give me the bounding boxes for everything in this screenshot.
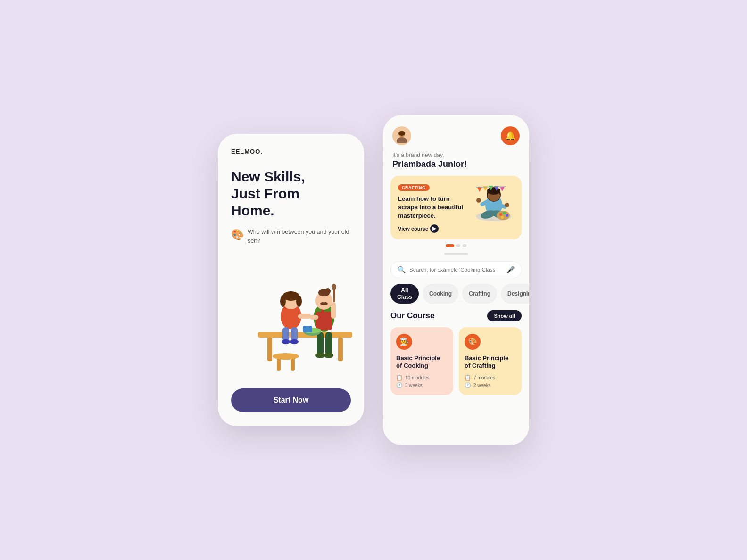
modules-crafting: 📋 7 modules <box>465 375 516 381</box>
subtitle-icon: 🎨 <box>231 227 244 242</box>
tab-all-class[interactable]: All Class <box>390 284 419 304</box>
svg-point-18 <box>315 353 325 358</box>
svg-rect-11 <box>282 327 289 341</box>
category-tabs: All Class Cooking Crafting Designing <box>383 284 529 310</box>
tab-designing[interactable]: Designing <box>501 284 529 304</box>
view-course-label: View course <box>398 226 428 231</box>
phone-left: EELMOO. New Skills, Just From Home. 🎨 Wh… <box>218 134 364 426</box>
course-card-cooking[interactable]: 👨‍🍳 Basic Principle of Cooking 📋 10 modu… <box>390 327 453 395</box>
illustration-area <box>226 249 356 384</box>
section-header: Our Course Show all <box>383 310 529 327</box>
craft-icon: 🎨 <box>468 337 477 346</box>
course-title-cooking: Basic Principle of Cooking <box>396 354 448 371</box>
clock-icon-2: 🕐 <box>465 382 471 388</box>
banner-title: Learn how to turn scraps into a beautifu… <box>398 195 465 221</box>
section-title: Our Course <box>390 311 435 321</box>
search-icon: 🔍 <box>398 266 406 273</box>
course-cards: 👨‍🍳 Basic Principle of Cooking 📋 10 modu… <box>383 327 529 395</box>
banner-dots <box>383 244 529 247</box>
hero-line1: New Skills, <box>231 168 351 185</box>
featured-banner: CRAFTING Learn how to turn scraps into a… <box>390 176 522 239</box>
svg-line-55 <box>476 187 506 187</box>
avatar[interactable] <box>392 126 411 145</box>
course-meta-crafting: 📋 7 modules 🕐 2 weeks <box>465 375 516 388</box>
banner-content: CRAFTING Learn how to turn scraps into a… <box>398 182 465 233</box>
hero-line3: Home. <box>231 202 351 219</box>
course-icon-cooking: 👨‍🍳 <box>396 334 412 350</box>
tab-cooking[interactable]: Cooking <box>423 284 458 304</box>
svg-point-27 <box>323 302 328 305</box>
svg-point-13 <box>282 339 290 344</box>
phones-container: EELMOO. New Skills, Just From Home. 🎨 Wh… <box>218 115 529 445</box>
svg-point-30 <box>332 284 336 290</box>
course-card-crafting[interactable]: 🎨 Basic Principle of Crafting 📋 7 module… <box>459 327 522 395</box>
phone-right: 🔔 It's a brand new day, Priambada Junior… <box>383 115 529 445</box>
notification-button[interactable]: 🔔 <box>501 126 520 145</box>
modules-cooking: 📋 10 modules <box>396 375 448 381</box>
svg-rect-2 <box>338 338 343 361</box>
svg-rect-28 <box>331 302 336 319</box>
course-icon-crafting: 🎨 <box>465 334 481 350</box>
svg-marker-50 <box>477 187 482 192</box>
greeting-area: It's a brand new day, Priambada Junior! <box>383 150 529 176</box>
app-header: 🔔 <box>383 115 529 150</box>
svg-point-60 <box>501 216 504 219</box>
greeting-name: Priambada Junior! <box>392 159 520 169</box>
svg-point-45 <box>487 187 500 195</box>
dot-2 <box>456 244 460 247</box>
svg-point-5 <box>273 353 299 360</box>
svg-point-58 <box>503 212 506 214</box>
hero-title: New Skills, Just From Home. <box>231 168 351 219</box>
svg-point-14 <box>290 339 299 344</box>
svg-rect-16 <box>317 332 324 355</box>
view-arrow-icon: ▶ <box>430 224 439 233</box>
search-bar[interactable]: 🔍 🎤 <box>390 261 522 278</box>
course-meta-cooking: 📋 10 modules 🕐 3 weeks <box>396 375 448 388</box>
svg-point-37 <box>398 131 405 136</box>
bell-icon: 🔔 <box>505 131 515 141</box>
mic-icon[interactable]: 🎤 <box>506 266 515 273</box>
svg-point-59 <box>506 214 508 217</box>
modules-icon: 📋 <box>396 375 403 381</box>
svg-point-57 <box>499 213 502 216</box>
tab-crafting[interactable]: Crafting <box>462 284 497 304</box>
show-all-button[interactable]: Show all <box>487 310 522 321</box>
weeks-cooking: 🕐 3 weeks <box>396 382 448 388</box>
svg-point-49 <box>505 203 509 207</box>
svg-rect-21 <box>316 312 332 330</box>
dot-3 <box>463 244 466 247</box>
greeting-sub: It's a brand new day, <box>392 152 520 158</box>
cooking-illustration <box>230 262 352 371</box>
search-area: 🔍 🎤 <box>383 261 529 284</box>
subtitle-text: Who will win between you and your old se… <box>248 228 351 246</box>
svg-point-25 <box>325 288 331 294</box>
svg-rect-1 <box>267 338 272 361</box>
svg-rect-15 <box>298 314 311 319</box>
phone-scroll-area[interactable]: 🔔 It's a brand new day, Priambada Junior… <box>383 115 529 445</box>
hero-line2: Just From <box>231 185 351 202</box>
start-now-button[interactable]: Start Now <box>231 388 351 412</box>
search-input[interactable] <box>409 267 503 272</box>
course-title-crafting: Basic Principle of Crafting <box>465 354 516 371</box>
svg-point-36 <box>397 137 407 143</box>
svg-point-19 <box>324 353 333 358</box>
svg-rect-31 <box>310 315 318 320</box>
banner-illustration <box>470 182 515 225</box>
dot-1 <box>446 244 454 247</box>
svg-rect-17 <box>325 332 332 355</box>
brand-logo: EELMOO. <box>231 148 351 155</box>
divider-bar <box>444 253 468 255</box>
view-course-button[interactable]: View course ▶ <box>398 224 465 233</box>
chef-icon: 👨‍🍳 <box>399 337 409 346</box>
modules-icon-2: 📋 <box>465 375 471 381</box>
svg-point-48 <box>476 198 481 203</box>
hero-subtitle: 🎨 Who will win between you and your old … <box>231 228 351 246</box>
weeks-crafting: 🕐 2 weeks <box>465 382 516 388</box>
avatar-icon <box>395 129 409 143</box>
svg-rect-12 <box>291 327 298 341</box>
svg-point-10 <box>296 296 302 307</box>
svg-rect-34 <box>303 326 312 332</box>
svg-point-9 <box>280 296 286 307</box>
banner-tag: CRAFTING <box>398 184 430 191</box>
clock-icon: 🕐 <box>396 382 403 388</box>
